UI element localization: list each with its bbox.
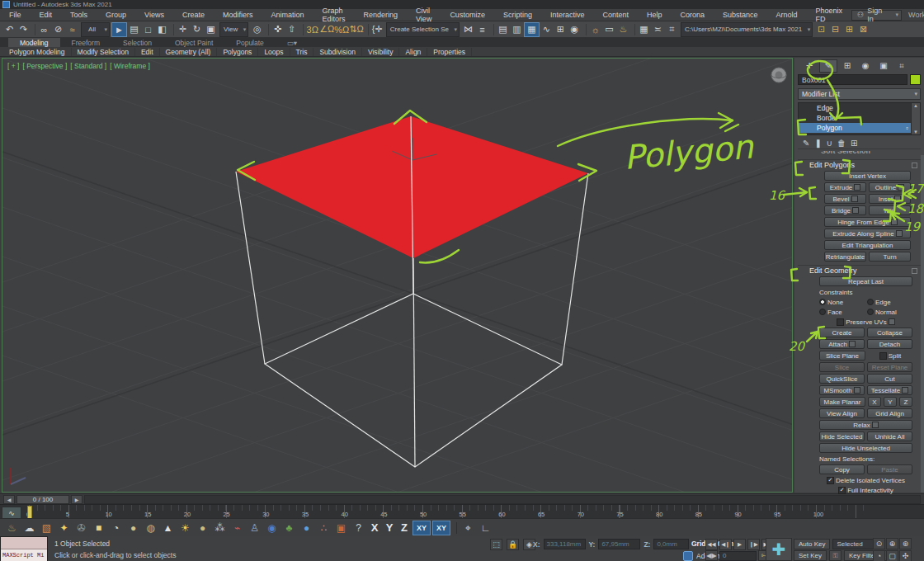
named-selection-set-dropdown[interactable]: Create Selection Se — [386, 22, 460, 37]
keyboard-shortcut-override-icon[interactable]: ⇧ — [285, 23, 299, 36]
selection-lock-icon[interactable]: 🔒 — [507, 539, 519, 550]
inset-button[interactable]: Inset — [869, 194, 911, 204]
plane-xy-button[interactable]: XY — [412, 521, 431, 535]
create-button[interactable]: Create — [819, 328, 865, 337]
select-by-name-icon[interactable]: ▤ — [127, 23, 141, 36]
reference-coordinate-dropdown[interactable]: View — [219, 22, 248, 37]
extrude-button[interactable]: Extrude — [824, 182, 866, 192]
menu-item[interactable]: Interactive — [541, 11, 594, 19]
layer-explorer-icon[interactable]: ▥ — [510, 23, 524, 36]
copy-button[interactable]: Copy — [819, 464, 865, 474]
mirror-icon[interactable]: ⋈ — [461, 23, 475, 36]
menu-item[interactable]: Graph Editors — [313, 7, 354, 23]
planar-x-button[interactable]: X — [868, 397, 881, 407]
stack-item-edge[interactable]: Edge — [799, 103, 920, 113]
stack-item-polygon[interactable]: Polygon — [799, 123, 920, 133]
ribbon-config-dropdown[interactable]: ▭▾ — [276, 38, 309, 47]
rendered-frame-window-icon[interactable]: ▭ — [602, 23, 616, 36]
zoom-extents-icon[interactable]: ⊛ — [899, 538, 912, 549]
auto-key-button[interactable]: Auto Key — [794, 539, 830, 549]
menu-item[interactable]: Civil View — [407, 7, 441, 23]
show-end-result-icon[interactable]: ❚ — [814, 139, 821, 148]
axis-y-button[interactable]: Y — [382, 521, 397, 535]
viewport-pov-menu[interactable]: [ Perspective ] — [22, 62, 67, 70]
stack-scrollbar[interactable]: ▲▼ — [911, 103, 920, 134]
soft-selection-rollout[interactable]: Soft Selection — [798, 151, 921, 158]
sign-in-button[interactable]: ⚇ Sign In — [851, 10, 902, 21]
viewport-general-menu[interactable]: [ + ] — [7, 62, 19, 70]
configure-modifier-sets-icon[interactable]: ⊞ — [851, 139, 857, 148]
edit-geometry-rollout-header[interactable]: Edit Geometry — [798, 265, 921, 275]
insert-vertex-button[interactable]: Insert Vertex — [824, 171, 911, 181]
stack-item-border[interactable]: Border — [799, 113, 920, 123]
utilities-tab-icon[interactable]: ⌗ — [893, 60, 910, 72]
angle-snap-icon[interactable]: ∠Ω — [319, 23, 334, 36]
select-object-icon[interactable]: ► — [111, 22, 127, 37]
box-icon[interactable]: ■ — [90, 521, 107, 535]
y-coordinate-field[interactable]: 67,95mm — [598, 539, 640, 549]
create-tab-icon[interactable]: ✛ — [801, 60, 818, 72]
ribbon-section[interactable]: Loops — [258, 48, 290, 56]
time-slider-track[interactable] — [84, 495, 921, 504]
bevel-button[interactable]: Bevel — [824, 194, 866, 204]
import-project-icon[interactable]: ⊠ — [856, 23, 870, 36]
snaps-toggle-icon[interactable]: 3Ω — [305, 23, 319, 36]
constraint-face-radio[interactable]: Face — [819, 308, 865, 316]
zoom-region-icon[interactable]: ▢ — [886, 550, 898, 561]
menu-item[interactable]: Tools — [61, 11, 97, 19]
next-frame-button[interactable]: ❙▶ — [747, 539, 760, 550]
open-project-icon[interactable]: ⊟ — [828, 23, 842, 36]
previous-frame-arrow[interactable]: ◀ — [3, 495, 15, 504]
ribbon-section[interactable]: Polygons — [217, 48, 258, 56]
ribbon-section[interactable]: Polygon Modeling — [3, 48, 72, 56]
biped-icon[interactable]: ♙ — [246, 521, 263, 535]
hide-selected-button[interactable]: Hide Selected — [819, 431, 865, 441]
menu-item[interactable]: Animation — [262, 11, 313, 19]
undo-icon[interactable]: ↶ — [2, 23, 16, 36]
viewport-standard-menu[interactable]: [ Standard ] — [70, 62, 106, 70]
cone-icon[interactable]: ▲ — [159, 521, 177, 535]
grid-b-icon[interactable]: ≍ — [651, 23, 665, 36]
add-macro-button[interactable]: ✚ — [766, 538, 792, 561]
grid-a-icon[interactable]: ▦ — [637, 23, 651, 36]
scene-explorer-icon[interactable]: ▤ — [496, 23, 510, 36]
zoom-icon[interactable]: ⊙ — [873, 538, 885, 549]
save-project-icon[interactable]: ⊞ — [842, 23, 856, 36]
grid-align-button[interactable]: Grid Align — [867, 408, 912, 418]
slice-plane-button[interactable]: Slice Plane — [819, 351, 865, 361]
pin-stack-icon[interactable]: ✎ — [803, 139, 809, 148]
menu-item[interactable]: File — [0, 11, 31, 19]
z-coordinate-field[interactable]: 0,0mm — [653, 539, 689, 549]
macro-recorder-line[interactable] — [1, 537, 47, 549]
remove-modifier-icon[interactable]: 🗑 — [837, 139, 846, 148]
menu-item[interactable]: Arnold — [767, 11, 807, 19]
track-bar[interactable]: ∿ 05101520253035404550556065707580859095… — [0, 504, 924, 519]
scatter-icon[interactable]: ⁂ — [211, 521, 229, 535]
maxscript-mini-listener[interactable]: MAXScript Mi — [0, 536, 48, 561]
percent-snap-icon[interactable]: %Ω — [334, 23, 349, 36]
display-tab-icon[interactable]: ▣ — [875, 60, 892, 72]
flip-button[interactable]: Flip — [869, 205, 911, 215]
particles-icon[interactable]: ∴ — [315, 521, 332, 535]
select-and-scale-icon[interactable]: ▣ — [204, 23, 218, 36]
ribbon-section[interactable]: Modify Selection — [72, 48, 135, 56]
perspective-viewport[interactable]: [ + ] [ Perspective ] [ Standard ] [ Wir… — [2, 58, 793, 493]
modifier-list-dropdown[interactable]: Modifier List — [798, 88, 921, 100]
preserve-uvs-checkbox[interactable]: Preserve UVs — [819, 318, 912, 326]
full-interactivity-checkbox[interactable]: Full Interactivity — [819, 486, 912, 494]
bones-icon[interactable]: ⌁ — [229, 521, 246, 535]
menu-item[interactable]: Scripting — [494, 11, 541, 19]
cut-button[interactable]: Cut — [867, 374, 912, 384]
selection-filter-dropdown[interactable]: All — [81, 22, 110, 37]
unlink-selection-icon[interactable]: ⊘ — [51, 23, 65, 36]
dome-icon[interactable]: ◔ — [107, 521, 125, 535]
mini-curve-editor-icon[interactable]: ∿ — [2, 507, 21, 519]
panel-scrollbar[interactable] — [921, 155, 924, 493]
ribbon-tab-modeling[interactable]: Modeling — [8, 38, 60, 47]
material-editor-icon[interactable]: ◉ — [568, 23, 582, 36]
menu-item[interactable]: Rendering — [355, 11, 408, 19]
modify-tab-icon[interactable]: ✎ — [819, 59, 837, 73]
image-icon[interactable]: ▧ — [38, 521, 55, 535]
constraint-normal-radio[interactable]: Normal — [867, 308, 912, 316]
plane-cycle-button[interactable]: XY — [432, 521, 450, 535]
